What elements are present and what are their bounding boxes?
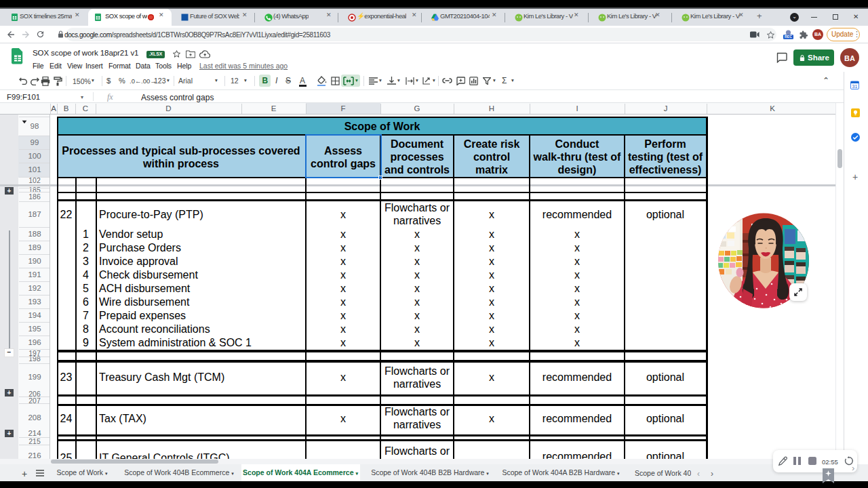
svg-text:31: 31 [852, 84, 858, 89]
svg-text:REC: REC [785, 35, 792, 39]
